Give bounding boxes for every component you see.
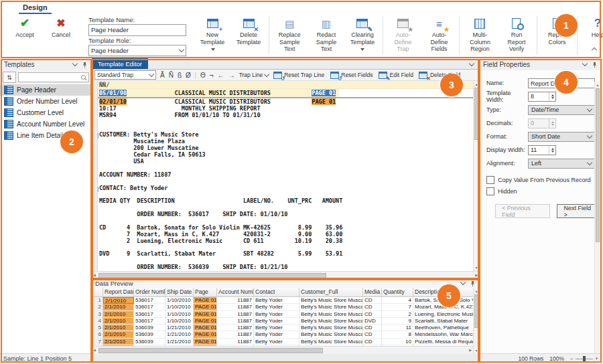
table-row[interactable]: 72/1/20105360391/21/2010PAGE 0111887Bett… [92,339,473,345]
reset-fields-button[interactable]: ↺Reset Fields [330,72,373,79]
blank-trap-button[interactable]: ß [178,72,182,79]
scroll-up-arrow[interactable]: ▲ [596,83,600,87]
delete-field-button[interactable]: ✕Delete Field [419,72,460,79]
template-name-input[interactable]: Page Header [88,24,186,36]
column-header-description[interactable]: Description [413,288,473,297]
preview-vertical-scrollbar[interactable]: ▲ ▼ [473,288,479,354]
ribbon-button-redact-sample-text[interactable]: ▥Redact Sample Text [308,15,344,56]
table-row[interactable]: 22/1/20105360171/10/2010PAGE 0111887Bett… [92,304,473,310]
column-header-contact[interactable]: Contact [254,288,299,297]
pin-icon[interactable] [470,280,476,287]
column-header-report-date[interactable]: Report Date [103,288,134,297]
report-line[interactable]: DVD 9 Scarlatti, Stabat Mater SBT 48282 … [99,251,473,258]
report-line[interactable]: ORDER NUMBER: 536039 SHIP DATE: 01/21/10 [99,264,473,271]
preview-horizontal-scrollbar[interactable]: ◀ ▶ [92,346,473,354]
ribbon-button-run-report-verify[interactable]: Run Report Verify [498,15,535,56]
editor-vertical-scrollbar[interactable]: ▲ ▼ [473,81,479,271]
report-line[interactable]: MSR94 FROM 01/01/10 TO 01/31/10 [99,112,473,119]
ribbon-button-report-colors[interactable]: Report Colors [539,15,575,56]
column-header-ship-date[interactable]: Ship Date [165,288,194,297]
type-select[interactable]: Date/Time [528,105,595,115]
table-row[interactable]: 12/1/20105360171/10/2010PAGE 0111887Bett… [92,297,473,304]
template-width-stepper[interactable]: 8 [528,92,556,102]
pin-icon[interactable] [82,62,88,68]
numeric-trap-button[interactable]: Ñ [169,72,174,79]
chevron-down-icon[interactable] [460,280,466,285]
ribbon-button-new-template[interactable]: +New Template [194,15,230,56]
chevron-down-icon[interactable] [469,61,474,66]
collapse-ribbon-chevron[interactable] [592,43,596,55]
scrollbar-thumb[interactable] [474,294,478,328]
template-role-select[interactable]: Page Header [88,45,186,57]
edit-field-button[interactable]: ✎Edit Field [379,72,413,79]
scrollbar-thumb[interactable] [98,348,323,353]
table-row[interactable]: 52/1/20105360391/21/2010PAGE 0111887Bett… [92,325,473,331]
report-line[interactable]: 2 Luening, Electronic Music CD 611 10.19… [99,238,473,245]
or-trap-button[interactable]: Θ [200,72,206,79]
sidebar-item-account-number-level[interactable]: Account Number Level [0,118,92,130]
hidden-checkbox[interactable]: Hidden [479,185,602,197]
shift-left-button[interactable]: ← [218,72,224,79]
report-line[interactable]: ORDER NUMBER: 536017 SHIP DATE: 01/10/10 [99,211,473,218]
report-line[interactable]: USA [99,159,473,165]
zoom-in-button[interactable]: + [595,355,598,362]
zoom-slider[interactable]: − + [570,355,598,362]
report-line[interactable]: ACCOUNT NUMBER: 11887 [99,172,473,179]
ribbon-button-replace-sample-text[interactable]: ▤Replace Sample Text [271,15,308,56]
not-trap-button[interactable]: ¬ [210,72,214,79]
sidebar-item-line-item-detail[interactable]: Line Item Detail [0,130,92,141]
pin-icon[interactable] [592,62,598,68]
scroll-down-arrow[interactable]: ▼ [474,266,478,270]
scroll-up-arrow[interactable]: ▲ [474,82,478,86]
copy-value-from-previous-record-checkbox[interactable]: Copy Value From Previous Record [479,174,602,185]
column-header-customer-full[interactable]: Customer_Full [299,288,363,297]
column-header-page[interactable]: Page [194,288,217,297]
zoom-slider-track[interactable] [576,359,593,359]
scrollbar-thumb[interactable] [98,273,326,278]
name-input[interactable]: Report Date [528,78,595,88]
alignment-select[interactable]: Left [528,159,595,169]
reset-trap-line-button[interactable]: ↺Reset Trap Line [273,72,324,79]
tab-design[interactable]: Design [19,0,52,14]
column-header-media[interactable]: Media [363,288,382,297]
tab-template-editor[interactable]: Template Editor [92,58,148,69]
ribbon-button-multi-column-region[interactable]: Multi-Column Region [462,15,498,56]
shift-right-button[interactable]: → [228,72,235,79]
report-line[interactable] [99,119,473,126]
scrollbar-thumb[interactable] [596,88,600,242]
trap-type-select[interactable]: Standard Trap [94,70,156,80]
scroll-up-arrow[interactable]: ▲ [474,289,478,293]
scroll-right-arrow[interactable]: ▶ [475,272,478,278]
column-header-quantity[interactable]: Quantity [382,288,413,297]
cancel-button[interactable]: ✖ Cancel [43,15,79,56]
accept-button[interactable]: ✔ Accept [7,15,43,56]
trap-line-row[interactable]: ÑÑ/ [98,81,473,89]
format-select[interactable]: Short Date [528,132,595,142]
ribbon-button-auto-define-fields[interactable]: ≡★Auto-Define Fields [421,15,457,56]
trap-line-dropdown[interactable]: Trap Line [239,72,269,78]
scrollbar-thumb[interactable] [474,88,478,140]
nonblank-trap-button[interactable]: Ø [186,72,191,79]
ribbon-button-clearing-template[interactable]: ✎Clearing Template [344,15,381,56]
alpha-trap-button[interactable]: Ã [160,72,165,79]
scroll-right-arrow[interactable]: ▶ [469,347,472,353]
column-header-account-number[interactable]: Account Number [217,288,254,297]
properties-vertical-scrollbar[interactable]: ▲ ▼ [594,82,600,364]
column-header-rownum[interactable] [92,288,103,297]
templates-search-input[interactable] [18,72,89,82]
sort-icon[interactable]: ⇅ [3,72,16,83]
report-line[interactable]: MEDIA QTY DESCRIPTION LABEL/NO. UNT_PRC … [99,198,473,205]
column-header-order-number[interactable]: Order Number [134,288,165,297]
display-width-stepper[interactable]: 11 [528,145,556,155]
report-view[interactable]: »02/01/10 CLASSICAL MUSIC DISTRIBUTORS P… [98,98,473,271]
ribbon-button-delete-template[interactable]: ✕Delete Template [230,15,267,56]
table-row[interactable]: 42/1/20105360171/10/2010PAGE 0111887Bett… [92,318,473,325]
sidebar-item-customer-level[interactable]: Customer Level [0,107,92,118]
sample-text-row[interactable]: 05/01/98 CLASSICAL MUSIC DISTRIBUTORS PA… [98,89,473,98]
editor-horizontal-scrollbar[interactable]: ◀ ▶ [92,271,479,279]
chevron-down-icon[interactable] [582,61,588,66]
chevron-down-icon[interactable] [72,61,78,66]
table-row[interactable]: 32/1/20105360171/10/2010PAGE 0111887Bett… [92,311,473,318]
sidebar-item-order-number-level[interactable]: Order Number Level [0,96,92,107]
table-row[interactable]: 62/1/20105360391/21/2010PAGE 0111887Bett… [92,331,473,338]
